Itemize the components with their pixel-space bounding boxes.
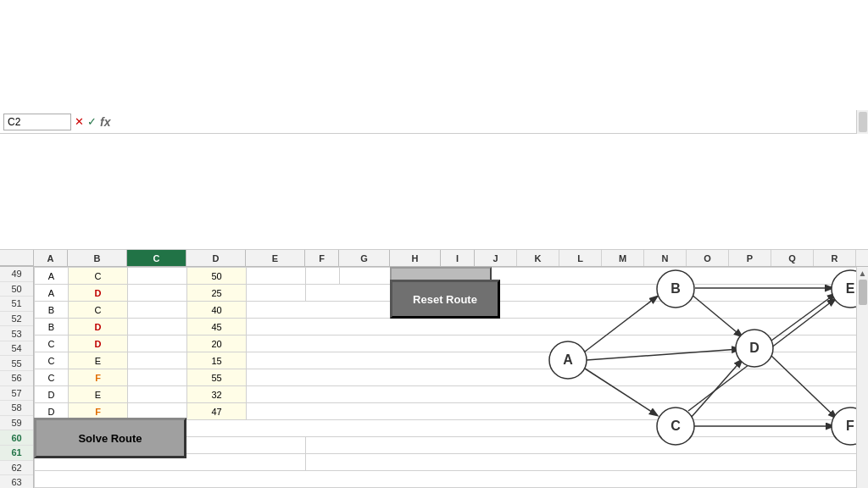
cell-52-D[interactable]: 45 bbox=[187, 319, 247, 336]
row-61: 61 bbox=[0, 446, 33, 461]
svg-text:B: B bbox=[670, 281, 681, 296]
cell-56-A[interactable]: D bbox=[35, 386, 69, 403]
formula-input[interactable] bbox=[115, 114, 856, 130]
cell-56-D[interactable]: 32 bbox=[187, 386, 247, 403]
cell-51-C[interactable] bbox=[128, 302, 187, 319]
col-header-row: A B C D E F G H I J K L M N O P Q R bbox=[0, 250, 868, 267]
svg-line-3 bbox=[691, 294, 742, 336]
svg-text:A: A bbox=[563, 352, 573, 367]
cell-55-C[interactable] bbox=[128, 369, 187, 386]
cell-53-B[interactable]: D bbox=[69, 336, 128, 352]
svg-line-9 bbox=[771, 356, 836, 418]
confirm-icon: ✓ bbox=[87, 115, 97, 128]
sheet-body: 49 50 51 52 53 54 55 56 57 58 59 60 61 6… bbox=[0, 267, 868, 488]
col-header-d[interactable]: D bbox=[186, 250, 246, 266]
cell-53-A[interactable]: C bbox=[35, 336, 69, 352]
cell-56-B[interactable]: E bbox=[69, 386, 128, 403]
col-header-b[interactable]: B bbox=[68, 250, 127, 266]
cell-50-D[interactable]: 25 bbox=[187, 285, 247, 302]
cell-49-A[interactable]: A bbox=[35, 268, 69, 285]
cell-49-C[interactable] bbox=[128, 268, 187, 285]
cell-50-A[interactable]: A bbox=[35, 285, 69, 302]
cell-52-C[interactable] bbox=[128, 319, 187, 336]
row-54: 54 bbox=[0, 341, 33, 357]
reset-route-label: Reset Route bbox=[413, 293, 477, 306]
row-56: 56 bbox=[0, 371, 33, 386]
col-header-a[interactable]: A bbox=[34, 250, 68, 266]
row-52: 52 bbox=[0, 312, 33, 327]
cell-49-D[interactable]: 50 bbox=[187, 268, 247, 285]
row-53: 53 bbox=[0, 326, 33, 341]
cell-53-D[interactable]: 20 bbox=[187, 336, 247, 352]
row-50: 50 bbox=[0, 282, 33, 297]
cancel-icon: ✕ bbox=[75, 115, 84, 128]
svg-text:D: D bbox=[749, 341, 760, 355]
row-numbers: 49 50 51 52 53 54 55 56 57 58 59 60 61 6… bbox=[0, 267, 34, 488]
row-49: 49 bbox=[0, 267, 33, 282]
formula-icons: ✕ ✓ fx bbox=[75, 115, 110, 129]
cell-56-C[interactable] bbox=[128, 386, 187, 403]
cell-51-A[interactable]: B bbox=[35, 302, 69, 319]
name-box[interactable] bbox=[3, 114, 71, 130]
col-header-f[interactable]: F bbox=[305, 250, 339, 266]
cell-53-C[interactable] bbox=[128, 336, 187, 352]
col-header-h[interactable]: H bbox=[390, 250, 441, 266]
solve-route-button[interactable]: Solve Route bbox=[34, 418, 186, 458]
cell-49-B[interactable]: C bbox=[69, 268, 128, 285]
route-graph: A B C D E F bbox=[517, 267, 856, 453]
svg-line-1 bbox=[585, 369, 657, 415]
row-60: 60 bbox=[0, 430, 33, 446]
row-63: 63 bbox=[0, 475, 33, 488]
row-51: 51 bbox=[0, 297, 33, 312]
svg-line-8 bbox=[771, 294, 835, 341]
grid-content: A C 50 A D 25 bbox=[34, 267, 856, 488]
col-header-rest: J K L M N O P Q R bbox=[475, 250, 868, 266]
row-55: 55 bbox=[0, 356, 33, 371]
row-58: 58 bbox=[0, 401, 33, 416]
cell-50-C[interactable] bbox=[128, 285, 187, 302]
svg-line-2 bbox=[587, 349, 739, 360]
cell-55-B[interactable]: F bbox=[69, 369, 128, 386]
excel-top-bar: ✕ ✓ fx bbox=[0, 110, 868, 250]
cell-55-A[interactable]: C bbox=[35, 369, 69, 386]
cell-51-B[interactable]: C bbox=[69, 302, 128, 319]
svg-text:F: F bbox=[846, 419, 854, 433]
cell-50-B[interactable]: D bbox=[69, 285, 128, 302]
row-59: 59 bbox=[0, 416, 33, 431]
row-57: 57 bbox=[0, 386, 33, 402]
table-row bbox=[35, 471, 857, 488]
cell-54-C[interactable] bbox=[128, 352, 187, 369]
vertical-scrollbar[interactable]: ▲ bbox=[856, 267, 868, 488]
scrollbar-indicator bbox=[856, 110, 868, 134]
cell-54-A[interactable]: C bbox=[35, 352, 69, 369]
svg-line-0 bbox=[585, 297, 657, 352]
fx-icon: fx bbox=[100, 115, 110, 129]
cell-61-rest bbox=[35, 471, 857, 488]
svg-text:E: E bbox=[846, 281, 855, 296]
cell-49-F[interactable] bbox=[306, 268, 340, 285]
cell-52-B[interactable]: D bbox=[69, 319, 128, 336]
cell-49-E[interactable] bbox=[247, 268, 306, 285]
solve-route-label: Solve Route bbox=[78, 432, 142, 445]
scroll-up-arrow[interactable]: ▲ bbox=[859, 269, 867, 278]
svg-text:C: C bbox=[670, 419, 681, 433]
cell-49-G[interactable] bbox=[340, 268, 391, 285]
row-62: 62 bbox=[0, 461, 33, 476]
cell-60-rest bbox=[306, 454, 857, 471]
cell-57-D[interactable]: 47 bbox=[187, 403, 247, 420]
col-header-c[interactable]: C bbox=[127, 250, 186, 266]
cell-54-D[interactable]: 15 bbox=[187, 352, 247, 369]
reset-route-button[interactable]: Reset Route bbox=[390, 280, 500, 319]
col-header-g[interactable]: G bbox=[339, 250, 390, 266]
formula-bar: ✕ ✓ fx bbox=[0, 110, 868, 134]
cell-55-D[interactable]: 55 bbox=[187, 369, 247, 386]
cell-50-E[interactable] bbox=[247, 285, 306, 302]
col-header-e[interactable]: E bbox=[246, 250, 305, 266]
cell-52-A[interactable]: B bbox=[35, 319, 69, 336]
col-header-i[interactable]: I bbox=[441, 250, 475, 266]
cell-51-D[interactable]: 40 bbox=[187, 302, 247, 319]
cell-54-B[interactable]: E bbox=[69, 352, 128, 369]
corner-cell bbox=[0, 250, 34, 266]
sheet-container: A B C D E F G H I J K L M N O P Q R bbox=[0, 250, 868, 488]
scroll-thumb[interactable] bbox=[859, 280, 867, 305]
